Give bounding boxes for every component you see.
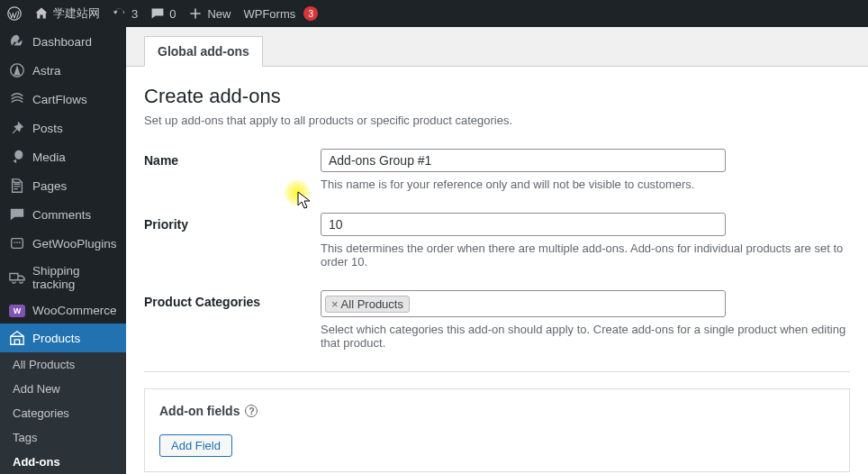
getwoo-icon bbox=[9, 235, 25, 251]
sidebar-item-dashboard[interactable]: Dashboard bbox=[0, 27, 126, 56]
tag-label: All Products bbox=[341, 297, 403, 311]
wpforms-badge: 3 bbox=[303, 6, 318, 21]
categories-tag[interactable]: × All Products bbox=[325, 296, 410, 313]
sidebar-label: Media bbox=[32, 150, 66, 164]
updates-icon bbox=[113, 6, 127, 21]
sidebar-label: WooCommerce bbox=[32, 304, 117, 317]
media-icon bbox=[9, 149, 25, 165]
categories-label: Product Categories bbox=[144, 290, 321, 309]
sidebar-item-shipping[interactable]: Shipping tracking bbox=[0, 258, 126, 297]
page-subtitle: Set up add-ons that apply to all product… bbox=[144, 114, 850, 127]
new-link[interactable]: New bbox=[188, 6, 231, 21]
sidebar-label: Shipping tracking bbox=[32, 264, 117, 291]
admin-topbar: 学建站网 3 0 New WPForms 3 bbox=[0, 0, 868, 27]
sidebar-item-products[interactable]: Products bbox=[0, 324, 126, 352]
submenu-add-new[interactable]: Add New bbox=[0, 377, 126, 401]
sidebar-item-comments[interactable]: Comments bbox=[0, 200, 126, 229]
svg-point-4 bbox=[16, 242, 18, 243]
updates-link[interactable]: 3 bbox=[113, 6, 138, 21]
help-icon[interactable]: ? bbox=[245, 405, 258, 417]
name-label: Name bbox=[144, 149, 321, 168]
addon-fields-heading: Add-on fields bbox=[159, 404, 240, 418]
dashboard-icon bbox=[9, 33, 25, 50]
wpforms-label: WPForms bbox=[243, 7, 295, 21]
site-name-link[interactable]: 学建站网 bbox=[34, 5, 100, 22]
name-desc: This name is for your reference only and… bbox=[321, 178, 850, 191]
submenu-add-ons[interactable]: Add-ons bbox=[0, 450, 126, 474]
site-name: 学建站网 bbox=[53, 5, 100, 22]
sidebar-item-media[interactable]: Media bbox=[0, 142, 126, 171]
truck-icon bbox=[9, 269, 25, 286]
comments-icon bbox=[9, 206, 25, 223]
priority-label: Priority bbox=[144, 213, 321, 232]
sidebar-label: CartFlows bbox=[32, 93, 87, 106]
priority-desc: This determines the order when there are… bbox=[321, 242, 850, 269]
sidebar-item-pages[interactable]: Pages bbox=[0, 171, 126, 200]
plus-icon bbox=[188, 6, 203, 21]
categories-select[interactable]: × All Products bbox=[321, 290, 726, 317]
comment-icon bbox=[150, 6, 165, 21]
svg-point-5 bbox=[19, 242, 21, 243]
sidebar-label: Pages bbox=[32, 179, 67, 193]
sidebar-label: Comments bbox=[32, 208, 91, 222]
products-icon bbox=[9, 330, 25, 346]
sidebar-item-woocommerce[interactable]: W WooCommerce bbox=[0, 297, 126, 324]
sidebar-item-posts[interactable]: Posts bbox=[0, 114, 126, 142]
pages-icon bbox=[9, 178, 25, 194]
page-title: Create add-ons bbox=[144, 67, 850, 108]
admin-sidebar: Dashboard Astra CartFlows Posts Media Pa… bbox=[0, 27, 126, 474]
remove-tag-icon[interactable]: × bbox=[331, 297, 339, 311]
submenu-categories[interactable]: Categories bbox=[0, 401, 126, 425]
wp-logo[interactable] bbox=[7, 6, 22, 21]
comments-count: 0 bbox=[169, 7, 176, 21]
tab-wrapper: Global add-ons bbox=[126, 36, 868, 67]
sidebar-item-getwooplugins[interactable]: GetWooPlugins bbox=[0, 229, 126, 258]
content-area: Global add-ons Create add-ons Set up add… bbox=[126, 27, 868, 474]
sidebar-label: GetWooPlugins bbox=[32, 237, 117, 251]
add-field-button[interactable]: Add Field bbox=[159, 434, 232, 457]
cartflows-icon bbox=[9, 91, 25, 107]
name-input[interactable] bbox=[321, 149, 726, 172]
sidebar-label: Products bbox=[32, 332, 80, 345]
woo-icon: W bbox=[9, 305, 25, 317]
addon-fields-panel: Add-on fields ? Add Field bbox=[144, 388, 850, 472]
astra-icon bbox=[9, 62, 25, 78]
tab-global-addons[interactable]: Global add-ons bbox=[144, 36, 263, 67]
wpforms-link[interactable]: WPForms 3 bbox=[243, 6, 318, 21]
submenu-tags[interactable]: Tags bbox=[0, 425, 126, 450]
sidebar-label: Dashboard bbox=[32, 35, 92, 49]
svg-point-3 bbox=[14, 242, 15, 243]
comments-link[interactable]: 0 bbox=[150, 6, 176, 21]
new-label: New bbox=[207, 7, 231, 21]
sidebar-label: Astra bbox=[32, 64, 61, 77]
pin-icon bbox=[9, 120, 25, 136]
divider bbox=[144, 371, 850, 372]
categories-desc: Select which categories this add-on shou… bbox=[321, 323, 850, 350]
priority-input[interactable] bbox=[321, 213, 726, 236]
sidebar-label: Posts bbox=[32, 122, 63, 135]
sidebar-item-astra[interactable]: Astra bbox=[0, 56, 126, 85]
sidebar-item-cartflows[interactable]: CartFlows bbox=[0, 85, 126, 114]
submenu-all-products[interactable]: All Products bbox=[0, 352, 126, 377]
updates-count: 3 bbox=[131, 7, 138, 21]
home-icon bbox=[34, 6, 49, 21]
